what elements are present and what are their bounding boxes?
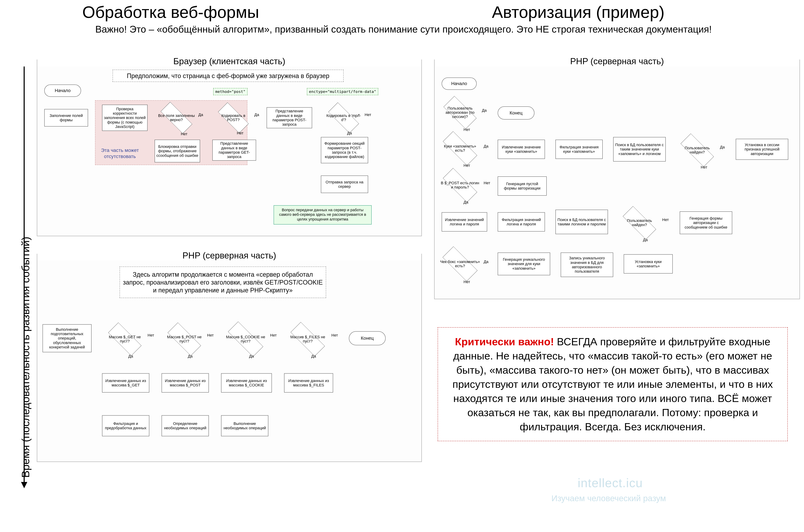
db-search-remember-node: Поиск в БД пользователя с таким значение… xyxy=(613,137,666,162)
fill-fields-node: Заполнение полей формы xyxy=(44,109,88,127)
get-not-empty-decision: Массив $_GET не пуст? xyxy=(104,326,146,352)
extract-login-node: Извлечение значений логина и пароля xyxy=(442,212,487,231)
title-right: Авторизация (пример) xyxy=(492,3,665,22)
edge-yes: Да xyxy=(198,113,203,117)
edge-yes-a5: Да xyxy=(643,238,648,242)
title-left: Обработка веб-формы xyxy=(82,3,259,22)
validate-js-node: Проверка корректности заполнения всех по… xyxy=(102,104,148,131)
determine-ops-node: Определение необходимых операций xyxy=(162,415,209,436)
write-unique-db-node: Запись уникального значения в БД для авт… xyxy=(561,252,613,277)
user-authorized-decision: Пользователь авторизован (по сессии)? xyxy=(440,98,480,127)
section-browser-title: Браузер (клиентская часть) xyxy=(37,56,421,66)
assumption-note: Предположим, что страница с феб-формой у… xyxy=(113,70,343,82)
auth-end-node: Конец xyxy=(498,107,535,119)
continuation-note: Здесь алгоритм продолжается с момента «с… xyxy=(119,267,326,298)
edge-no-a4: Нет xyxy=(484,181,490,185)
gen-error-form-node: Генерация формы авторизации с сообщением… xyxy=(680,211,732,234)
db-search-login-node: Поиск в БД пользователя с такими логином… xyxy=(556,210,608,234)
block-submit-node: Блокировка отправки формы, отображение с… xyxy=(154,140,200,163)
warning-body: ВСЕГДА проверяйте и фильтруйте входные д… xyxy=(452,336,773,433)
edge-no-g2: Нет xyxy=(207,333,213,338)
edge-no-g1: Нет xyxy=(148,333,154,338)
edge-yes-a6: Да xyxy=(484,260,488,264)
extract-files-node: Извлечение данных из массива $_FILES xyxy=(284,373,333,393)
warning-box: Критически важно! ВСЕГДА проверяйте и фи… xyxy=(437,327,788,441)
edge-no-a5: Нет xyxy=(662,217,669,222)
enctype-hint: enctype="multipart/form-data" xyxy=(307,88,378,95)
edge-yes-a4: Да xyxy=(464,200,468,205)
watermark-sub: Изучаем человеческий разум xyxy=(551,494,666,503)
edge-no-a2: Нет xyxy=(464,163,470,168)
method-post-hint: method="post" xyxy=(213,88,247,95)
edge-yes-a2: Да xyxy=(484,144,488,149)
remember-checkbox-decision: Чек-бокс «запомнить» есть? xyxy=(438,250,482,278)
get-params-node: Представление данных в виде параметров G… xyxy=(212,140,256,160)
time-axis-arrow xyxy=(24,66,25,483)
edge-no-2: Нет xyxy=(237,131,243,135)
remember-cookie-decision: Куки «запомнить» есть? xyxy=(438,135,482,162)
send-request-node: Отправка запроса на сервер xyxy=(321,175,368,193)
end-node-generic: Конец xyxy=(349,331,386,345)
edge-yes-g2: Да xyxy=(188,354,192,359)
auth-start-node: Начало xyxy=(442,77,476,90)
post-has-login-decision: В $_POST есть логин и пароль? xyxy=(438,172,482,198)
time-axis-label: Время (последовательность развития событ… xyxy=(19,236,32,478)
edge-yes-g3: Да xyxy=(249,354,254,359)
prep-ops-node: Выполнение подготовительных операций, об… xyxy=(42,324,92,352)
user-found2-decision: Пользователь найден? xyxy=(618,210,660,236)
set-session-auth-node: Установка в сессии признака успешной авт… xyxy=(736,139,788,160)
section-browser: Браузер (клиентская часть) Предположим, … xyxy=(37,59,422,236)
extract-post-node: Извлечение данных из массива $_POST xyxy=(162,373,209,393)
set-remember-cookie-node: Установка куки «запомнить» xyxy=(624,254,673,273)
encode-mpfd-decision: Кодировать в 'mp/f-d'? xyxy=(324,106,363,130)
post-not-empty-decision: Массив $_POST не пуст? xyxy=(163,326,205,352)
edge-no-a6: Нет xyxy=(464,280,470,284)
edge-no-g3: Нет xyxy=(270,333,277,338)
edge-yes-2: Да xyxy=(254,113,259,117)
section-php-auth: PHP (серверная часть) Начало Пользовател… xyxy=(434,59,800,299)
edge-yes-g4: Да xyxy=(311,354,316,359)
filter-preprocess-node: Фильтрация и предобработка данных xyxy=(102,415,149,436)
extract-get-node: Извлечение данных из массива $_GET xyxy=(102,373,149,393)
edge-yes-a3: Да xyxy=(720,145,725,149)
start-node: Начало xyxy=(44,84,81,97)
extract-remember-node: Извлечение значение куки «запомнить» xyxy=(498,140,545,159)
time-axis: Время (последовательность развития событ… xyxy=(6,66,24,487)
all-valid-decision: Все поля заполнены верно? xyxy=(156,106,197,130)
encode-post-decision: Кодировать в POST? xyxy=(214,106,253,130)
section-php-generic-title: PHP (серверная часть) xyxy=(37,250,421,261)
subtitle: Важно! Это – «обобщённый алгоритм», приз… xyxy=(23,24,784,35)
execute-ops-node: Выполнение необходимых операций xyxy=(221,415,268,436)
user-found-decision: Пользователь найден? xyxy=(676,137,718,163)
edge-no-3: Нет xyxy=(364,113,371,117)
edge-yes-a1: Да xyxy=(482,108,487,113)
post-params-node: Представление данных в виде параметров P… xyxy=(267,107,312,128)
section-php-generic: PHP (серверная часть) Здесь алгоритм про… xyxy=(37,254,422,462)
section-php-auth-title: PHP (серверная часть) xyxy=(435,56,800,66)
gen-unique-remember-node: Генерация уникального значения для куки … xyxy=(498,252,550,275)
cookie-not-empty-decision: Массив $_COOKIE не пуст? xyxy=(223,326,268,352)
warning-prefix: Критически важно! xyxy=(455,336,554,347)
optional-zone-label: Эта часть может отсутствовать xyxy=(98,147,142,159)
watermark: intellect.icu xyxy=(578,476,643,490)
form-mp-sections-node: Формирование секций параметров POST-запр… xyxy=(321,137,368,163)
server-note: Вопрос передачи данных на сервер и работ… xyxy=(274,205,372,225)
edge-no-g4: Нет xyxy=(331,333,338,338)
edge-no-a3: Нет xyxy=(701,165,707,170)
gen-empty-form-node: Генерация пустой формы авторизации xyxy=(498,176,547,196)
files-not-empty-decision: Массив $_FILES не пуст? xyxy=(286,326,330,352)
edge-no-a1: Нет xyxy=(464,127,470,132)
edge-yes-3: Да xyxy=(347,131,352,135)
edge-no: Нет xyxy=(181,132,187,136)
filter-remember-node: Фильтрация значения куки «запомнить» xyxy=(556,140,603,159)
filter-login-node: Фильтрация значений логина и пароля xyxy=(498,212,545,231)
extract-cookie-node: Извлечение данных из массива $_COOKIE xyxy=(221,373,272,393)
edge-yes-g1: Да xyxy=(128,354,133,359)
